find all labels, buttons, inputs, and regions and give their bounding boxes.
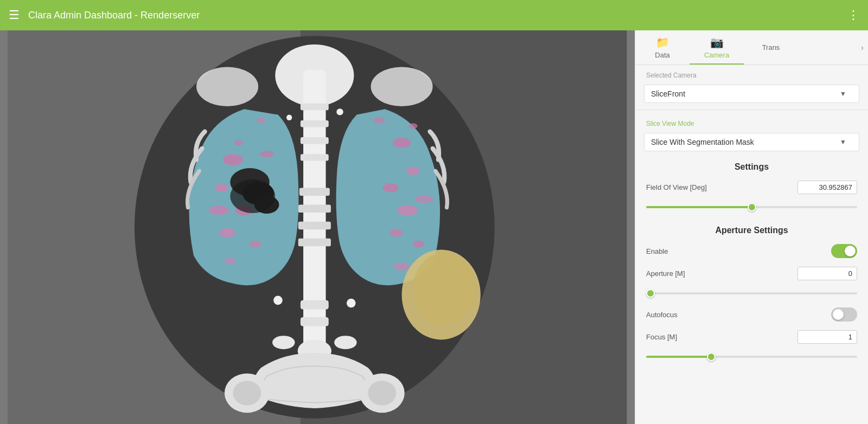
selected-camera-dropdown[interactable]: SliceFront xyxy=(644,85,859,103)
svg-point-25 xyxy=(257,118,266,123)
tab-data[interactable]: 📁 Data xyxy=(635,30,690,65)
svg-point-32 xyxy=(394,262,410,271)
camera-tab-icon: 📷 xyxy=(710,36,724,49)
app-title: Clara Admin Dashboard - Renderserver xyxy=(28,10,200,21)
more-options-icon[interactable]: ⋮ xyxy=(847,8,859,22)
aperture-slider[interactable] xyxy=(646,292,857,294)
focus-slider[interactable] xyxy=(646,356,857,358)
topbar: ☰ Clara Admin Dashboard - Renderserver ⋮ xyxy=(0,0,868,30)
ct-image-panel xyxy=(0,30,635,424)
slice-view-mode-dropdown-wrapper: Slice With Segmentation Mask ▼ xyxy=(644,133,859,151)
svg-point-48 xyxy=(368,381,396,406)
svg-point-29 xyxy=(397,205,417,216)
svg-rect-6 xyxy=(301,120,329,127)
ct-image-container xyxy=(0,30,635,424)
svg-rect-8 xyxy=(301,154,329,160)
divider-1 xyxy=(635,110,868,110)
fov-label: Field Of View [Deg] xyxy=(646,183,707,191)
tab-chevron-icon[interactable]: › xyxy=(861,43,864,53)
settings-section-title: Settings xyxy=(635,153,868,176)
fov-slider-row xyxy=(635,198,868,217)
hamburger-icon[interactable]: ☰ xyxy=(9,8,20,22)
fov-slider[interactable] xyxy=(646,206,857,208)
enable-toggle-thumb xyxy=(845,246,856,256)
svg-point-27 xyxy=(406,167,420,175)
panel-content: Selected Camera SliceFront ▼ Slice View … xyxy=(635,65,868,377)
svg-point-49 xyxy=(286,115,292,120)
svg-point-28 xyxy=(382,183,398,192)
right-panel: 📁 Data 📷 Camera Trans › Selected Camera … xyxy=(635,30,868,424)
autofocus-field-row: Autofocus xyxy=(635,303,868,326)
svg-point-52 xyxy=(347,299,356,308)
autofocus-toggle-thumb xyxy=(833,309,844,320)
svg-point-33 xyxy=(374,118,385,123)
aperture-slider-row xyxy=(635,285,868,303)
svg-rect-7 xyxy=(301,137,329,144)
enable-field-row: Enable xyxy=(635,240,868,262)
svg-point-40 xyxy=(371,67,433,106)
svg-point-30 xyxy=(390,229,403,237)
ct-scan-image xyxy=(0,30,635,424)
svg-point-53 xyxy=(272,336,295,349)
svg-point-20 xyxy=(250,241,261,247)
svg-point-26 xyxy=(393,138,411,148)
svg-rect-5 xyxy=(301,104,329,110)
focus-input[interactable] xyxy=(797,330,857,344)
tab-trans[interactable]: Trans xyxy=(744,30,798,65)
fov-field-row: Field Of View [Deg] xyxy=(635,176,868,198)
tab-data-label: Data xyxy=(655,51,669,59)
aperture-label: Aperture [M] xyxy=(646,269,685,278)
svg-point-39 xyxy=(196,67,258,106)
selected-camera-dropdown-row: SliceFront ▼ xyxy=(635,82,868,105)
svg-rect-10 xyxy=(298,205,331,213)
enable-label: Enable xyxy=(646,247,668,255)
selected-camera-label: Selected Camera xyxy=(635,65,868,82)
autofocus-label: Autofocus xyxy=(646,311,678,319)
svg-point-37 xyxy=(413,253,475,326)
svg-point-35 xyxy=(409,123,418,129)
tab-trans-label: Trans xyxy=(762,43,780,52)
svg-point-19 xyxy=(220,228,235,237)
svg-point-31 xyxy=(413,241,424,247)
svg-point-51 xyxy=(273,296,283,305)
svg-point-21 xyxy=(234,140,244,145)
focus-field-row: Focus [M] xyxy=(635,326,868,348)
autofocus-toggle[interactable] xyxy=(831,307,857,322)
svg-point-47 xyxy=(233,381,261,406)
aperture-input[interactable] xyxy=(797,267,857,280)
main-area: 📁 Data 📷 Camera Trans › Selected Camera … xyxy=(0,30,868,424)
svg-point-22 xyxy=(209,206,229,215)
svg-point-54 xyxy=(334,336,356,349)
data-tab-icon: 📁 xyxy=(656,36,669,49)
svg-point-16 xyxy=(223,154,243,165)
svg-rect-12 xyxy=(298,239,331,247)
selected-camera-dropdown-wrapper: SliceFront ▼ xyxy=(644,85,859,103)
svg-point-17 xyxy=(215,184,228,192)
svg-point-24 xyxy=(260,151,273,157)
tab-camera-label: Camera xyxy=(704,51,729,59)
slice-view-mode-dropdown[interactable]: Slice With Segmentation Mask xyxy=(644,133,859,151)
enable-toggle[interactable] xyxy=(831,244,857,258)
aperture-settings-title: Aperture Settings xyxy=(635,217,868,240)
fov-input[interactable] xyxy=(797,181,857,194)
svg-point-23 xyxy=(225,258,236,264)
slice-view-mode-dropdown-row: Slice With Segmentation Mask ▼ xyxy=(635,131,868,153)
svg-rect-9 xyxy=(299,188,330,196)
focus-slider-row xyxy=(635,348,868,367)
svg-rect-42 xyxy=(301,317,329,326)
svg-rect-41 xyxy=(301,300,329,310)
tab-camera[interactable]: 📷 Camera xyxy=(690,30,744,65)
focus-label: Focus [M] xyxy=(646,333,677,341)
tabs-row: 📁 Data 📷 Camera Trans › xyxy=(635,30,868,65)
svg-point-38 xyxy=(230,179,275,213)
svg-point-34 xyxy=(415,195,433,203)
aperture-field-row: Aperture [M] xyxy=(635,262,868,285)
slice-view-mode-label: Slice View Mode xyxy=(635,114,868,131)
svg-rect-11 xyxy=(298,222,331,230)
svg-point-50 xyxy=(336,108,343,115)
